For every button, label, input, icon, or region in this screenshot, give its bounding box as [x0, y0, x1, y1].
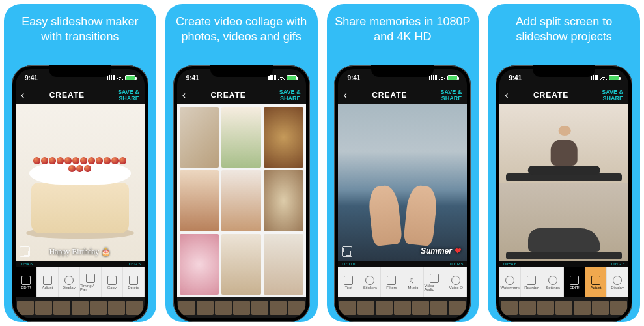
- back-icon[interactable]: ‹: [182, 89, 195, 101]
- tool-text[interactable]: Text: [338, 267, 359, 297]
- save-share-button[interactable]: SAVE & SHARE: [423, 89, 462, 102]
- timeline-thumb[interactable]: [251, 301, 268, 315]
- tool-videoaudio[interactable]: Video-Audio: [424, 267, 445, 297]
- editor-canvas[interactable]: Happy Birthday 🎂: [16, 104, 145, 261]
- phone-screen: 9:41 ‹ CREATE SAVE & SHARE Summer ❤: [338, 69, 467, 318]
- nav-title: CREATE: [356, 91, 423, 100]
- wifi-icon: [600, 75, 607, 80]
- collage-grid[interactable]: [177, 104, 306, 297]
- timeline-thumb[interactable]: [17, 301, 34, 315]
- timeline-thumb[interactable]: [357, 301, 374, 315]
- timeline-thumb[interactable]: [394, 301, 411, 315]
- adjust-icon: [591, 276, 600, 285]
- tool-display[interactable]: Display: [59, 267, 80, 297]
- collage-cell[interactable]: [180, 107, 219, 168]
- timeline-thumb[interactable]: [126, 301, 143, 315]
- timeline-thumb[interactable]: [537, 301, 554, 315]
- collage-cell[interactable]: [180, 234, 219, 295]
- cake-image: Happy Birthday 🎂: [16, 104, 145, 261]
- time-indicator: 00:54.6 00:02.5: [499, 261, 628, 267]
- status-time: 9:41: [509, 74, 522, 82]
- timeline-thumb[interactable]: [412, 301, 429, 315]
- timeline-thumb[interactable]: [90, 301, 107, 315]
- headline: Share memories in 1080P and 4K HD: [327, 4, 479, 65]
- promo-panel-3: Share memories in 1080P and 4K HD 9:41 ‹…: [327, 4, 479, 322]
- caption-overlay[interactable]: Summer ❤: [421, 246, 460, 256]
- timeline-thumb[interactable]: [270, 301, 287, 315]
- save-share-button[interactable]: SAVE & SHARE: [262, 89, 301, 102]
- timeline-thumb[interactable]: [519, 301, 536, 315]
- timeline[interactable]: [338, 297, 467, 318]
- yoga-image-bottom[interactable]: [499, 183, 628, 261]
- status-time: 9:41: [186, 74, 199, 82]
- timeline-thumb[interactable]: [449, 301, 466, 315]
- back-icon[interactable]: ‹: [343, 89, 356, 101]
- collage-cell[interactable]: [221, 170, 261, 231]
- tool-filters[interactable]: Filters: [381, 267, 402, 297]
- timeline-thumb[interactable]: [197, 301, 214, 315]
- save-share-button[interactable]: SAVE & SHARE: [100, 89, 139, 102]
- collage-cell[interactable]: [180, 170, 219, 231]
- time-right: 00:02.5: [450, 262, 463, 266]
- timeline-thumb[interactable]: [574, 301, 591, 315]
- back-icon[interactable]: ‹: [21, 89, 34, 101]
- tool-music[interactable]: Music: [402, 267, 424, 297]
- timeline-thumb[interactable]: [72, 301, 89, 315]
- expand-icon[interactable]: [342, 246, 352, 257]
- edit-icon: [21, 276, 31, 285]
- timeline[interactable]: [177, 297, 306, 318]
- timeline-thumb[interactable]: [288, 301, 305, 315]
- timeline[interactable]: [16, 297, 145, 318]
- timeline-thumb[interactable]: [233, 301, 250, 315]
- phone-frame: 9:41 ‹ CREATE SAVE & SHARE: [173, 65, 310, 322]
- status-time: 9:41: [25, 74, 38, 82]
- timeline[interactable]: [499, 297, 628, 318]
- yoga-image-top[interactable]: [499, 104, 628, 183]
- timeline-thumb[interactable]: [215, 301, 232, 315]
- timeline-thumb[interactable]: [501, 301, 518, 315]
- editor-canvas[interactable]: [177, 104, 306, 297]
- tool-stickers[interactable]: Stickers: [359, 267, 381, 297]
- headline: Easy slideshow maker with transitions: [4, 4, 156, 65]
- tool-adjust[interactable]: Adjust: [37, 267, 59, 297]
- caption-overlay[interactable]: Happy Birthday 🎂: [16, 247, 145, 257]
- timeline-thumb[interactable]: [178, 301, 195, 315]
- edit-toolbar: EDIT! Adjust Display Timing / Pan Copy D…: [16, 267, 145, 297]
- tool-edit[interactable]: EDIT!: [16, 267, 37, 297]
- timeline-thumb[interactable]: [339, 301, 356, 315]
- collage-cell[interactable]: [264, 170, 303, 231]
- timeline-thumb[interactable]: [376, 301, 393, 315]
- battery-icon: [125, 75, 135, 80]
- tool-copy[interactable]: Copy: [102, 267, 123, 297]
- timeline-thumb[interactable]: [555, 301, 572, 315]
- tool-reorder[interactable]: Reorder: [521, 267, 542, 297]
- tool-voice[interactable]: Voice O: [445, 267, 467, 297]
- timeline-thumb[interactable]: [53, 301, 70, 315]
- timeline-thumb[interactable]: [610, 301, 627, 315]
- tool-watermark[interactable]: Watermark: [499, 267, 521, 297]
- tool-adjust[interactable]: Adjust: [585, 267, 607, 297]
- timeline-thumb[interactable]: [430, 301, 447, 315]
- save-share-button[interactable]: SAVE & SHARE: [584, 89, 623, 102]
- timeline-thumb[interactable]: [592, 301, 609, 315]
- tool-timing[interactable]: Timing / Pan: [80, 267, 102, 297]
- nav-title: CREATE: [195, 91, 262, 100]
- tool-settings[interactable]: Settings: [542, 267, 564, 297]
- collage-cell[interactable]: [264, 107, 303, 168]
- tool-edit[interactable]: EDIT!: [564, 267, 585, 297]
- tool-display[interactable]: Display: [607, 267, 628, 297]
- editor-canvas[interactable]: [499, 104, 628, 261]
- signal-icon: [591, 75, 598, 80]
- editor-canvas[interactable]: Summer ❤: [338, 104, 467, 261]
- timeline-thumb[interactable]: [108, 301, 125, 315]
- back-icon[interactable]: ‹: [505, 89, 518, 101]
- timeline-thumb[interactable]: [35, 301, 52, 315]
- collage-cell[interactable]: [264, 234, 303, 295]
- nav-title: CREATE: [518, 91, 584, 100]
- collage-cell[interactable]: [221, 234, 261, 295]
- tool-delete[interactable]: Delete: [123, 267, 145, 297]
- collage-cell[interactable]: [221, 107, 261, 168]
- notch: [371, 65, 434, 77]
- expand-icon[interactable]: [20, 246, 30, 257]
- heart-icon: ❤: [454, 246, 460, 256]
